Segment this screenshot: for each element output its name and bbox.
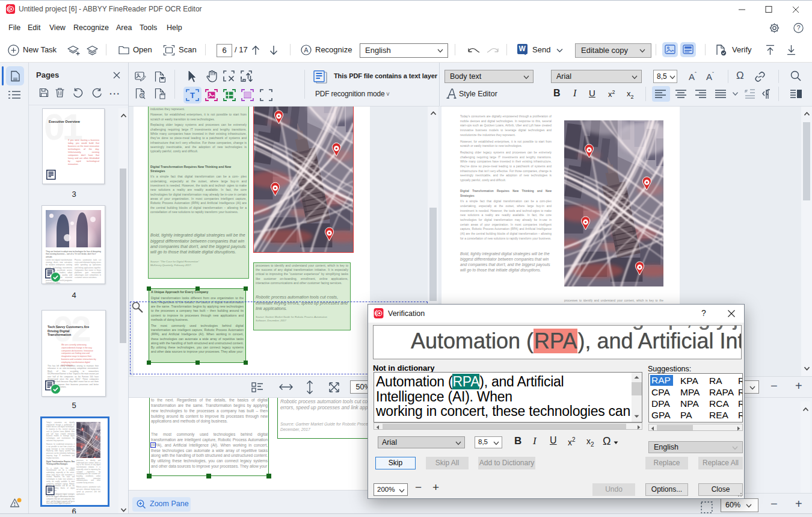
svg-text:A: A [304,46,309,54]
svg-text:?: ? [796,24,800,31]
svg-text:T: T [190,91,195,100]
svg-text:A: A [141,94,143,98]
